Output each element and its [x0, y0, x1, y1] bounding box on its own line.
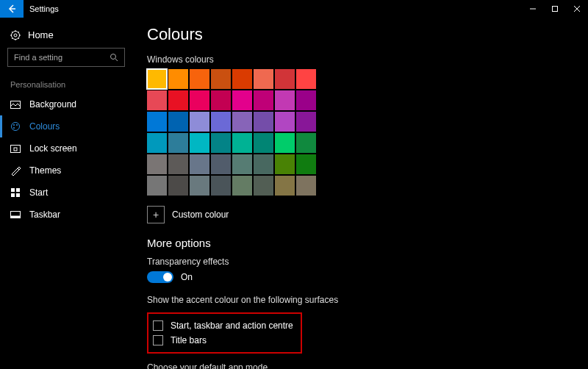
close-icon	[573, 5, 581, 12]
svg-rect-14	[16, 193, 20, 197]
colour-swatch[interactable]	[147, 112, 167, 132]
colour-swatch[interactable]	[190, 90, 209, 110]
colour-swatch[interactable]	[168, 112, 188, 132]
home-nav[interactable]: Home	[0, 25, 132, 48]
colour-grid	[147, 69, 588, 196]
colour-swatch[interactable]	[275, 69, 295, 89]
app-mode-label: Choose your default app mode	[147, 362, 588, 369]
more-options-title: More options	[147, 237, 588, 249]
colour-swatch[interactable]	[232, 133, 252, 153]
maximize-icon	[551, 5, 559, 12]
svg-rect-16	[11, 216, 21, 218]
colour-swatch[interactable]	[168, 69, 188, 89]
svg-rect-11	[11, 188, 15, 192]
search-icon	[110, 53, 118, 62]
minimize-icon	[529, 5, 537, 12]
search-input[interactable]: Find a setting	[7, 48, 125, 67]
checkbox-label: Title bars	[171, 335, 207, 345]
colour-swatch[interactable]	[254, 154, 273, 174]
colour-swatch[interactable]	[296, 176, 316, 196]
checkbox-start-taskbar[interactable]: Start, taskbar and action centre	[153, 318, 293, 333]
colour-swatch[interactable]	[190, 112, 209, 132]
colour-swatch[interactable]	[211, 90, 231, 110]
colour-swatch[interactable]	[211, 112, 231, 132]
themes-icon	[10, 165, 21, 176]
colour-swatch[interactable]	[275, 154, 295, 174]
colour-swatch[interactable]	[190, 154, 209, 174]
minimize-button[interactable]	[522, 0, 544, 18]
svg-point-7	[16, 124, 18, 126]
sidebar-item-start[interactable]: Start	[0, 182, 132, 204]
colour-swatch[interactable]	[147, 176, 167, 196]
colour-swatch[interactable]	[254, 112, 273, 132]
sidebar-item-background[interactable]: Background	[0, 93, 132, 115]
sidebar-item-label: Taskbar	[29, 209, 60, 220]
checkbox-label: Start, taskbar and action centre	[171, 320, 293, 331]
sidebar-item-label: Lock screen	[29, 143, 77, 154]
lock-screen-icon	[10, 145, 21, 153]
colour-swatch[interactable]	[296, 133, 316, 153]
transparency-value: On	[181, 272, 193, 282]
colour-swatch[interactable]	[232, 176, 252, 196]
close-button[interactable]	[566, 0, 588, 18]
svg-rect-0	[553, 7, 558, 12]
colour-swatch[interactable]	[168, 90, 188, 110]
colour-swatch[interactable]	[254, 90, 273, 110]
colour-swatch[interactable]	[190, 69, 209, 89]
colour-swatch[interactable]	[147, 133, 167, 153]
colour-swatch[interactable]	[232, 112, 252, 132]
colour-swatch[interactable]	[211, 176, 231, 196]
colour-swatch[interactable]	[190, 176, 209, 196]
colour-swatch[interactable]	[168, 133, 188, 153]
colour-swatch[interactable]	[275, 176, 295, 196]
arrow-left-icon	[7, 4, 17, 14]
colour-swatch[interactable]	[296, 69, 316, 89]
svg-point-2	[14, 34, 17, 37]
colour-swatch[interactable]	[168, 154, 188, 174]
palette-icon	[10, 121, 21, 132]
colour-swatch[interactable]	[275, 112, 295, 132]
colour-swatch[interactable]	[296, 112, 316, 132]
transparency-label: Transparency effects	[147, 257, 588, 267]
sidebar-item-label: Themes	[29, 165, 61, 176]
back-button[interactable]	[0, 0, 24, 18]
colour-swatch[interactable]	[254, 69, 273, 89]
colour-swatch[interactable]	[168, 176, 188, 196]
colour-swatch[interactable]	[147, 69, 167, 89]
colour-swatch[interactable]	[232, 69, 252, 89]
sidebar-item-label: Colours	[29, 121, 60, 132]
colour-swatch[interactable]	[296, 90, 316, 110]
window-controls	[522, 0, 588, 18]
plus-icon: +	[147, 206, 165, 223]
sidebar-item-taskbar[interactable]: Taskbar	[0, 204, 132, 226]
colour-swatch[interactable]	[211, 154, 231, 174]
checkbox-title-bars[interactable]: Title bars	[153, 333, 293, 348]
colour-swatch[interactable]	[296, 154, 316, 174]
gear-icon	[10, 30, 21, 40]
colour-swatch[interactable]	[275, 133, 295, 153]
svg-point-5	[12, 123, 20, 131]
colour-swatch[interactable]	[232, 90, 252, 110]
sidebar-item-themes[interactable]: Themes	[0, 160, 132, 182]
sidebar-item-label: Start	[29, 187, 48, 198]
custom-colour-row[interactable]: + Custom colour	[147, 206, 588, 223]
start-icon	[10, 188, 21, 197]
colour-swatch[interactable]	[232, 154, 252, 174]
svg-point-6	[13, 124, 15, 126]
colour-swatch[interactable]	[190, 133, 209, 153]
colour-swatch[interactable]	[275, 90, 295, 110]
sidebar-item-colours[interactable]: Colours	[0, 115, 132, 137]
colour-swatch[interactable]	[211, 69, 231, 89]
colour-swatch[interactable]	[254, 133, 273, 153]
colour-swatch[interactable]	[147, 154, 167, 174]
svg-rect-12	[16, 188, 20, 192]
colour-swatch[interactable]	[254, 176, 273, 196]
transparency-toggle[interactable]	[147, 271, 173, 283]
svg-rect-10	[14, 148, 17, 151]
home-label: Home	[28, 29, 54, 40]
colour-swatch[interactable]	[147, 90, 167, 110]
sidebar-section-label: Personalisation	[0, 76, 132, 93]
sidebar-item-lock-screen[interactable]: Lock screen	[0, 137, 132, 160]
maximize-button[interactable]	[544, 0, 566, 18]
colour-swatch[interactable]	[211, 133, 231, 153]
